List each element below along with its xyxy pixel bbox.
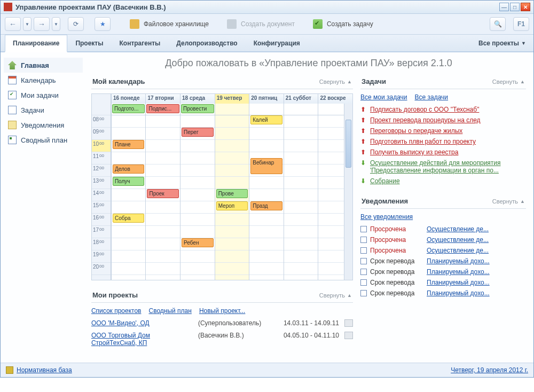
link-all-tasks[interactable]: Все задачи <box>415 93 449 101</box>
day-header[interactable]: 16 понеде <box>111 94 146 104</box>
allday-event[interactable]: Подпис... <box>146 104 179 113</box>
project-link[interactable]: ООО Торговый Дом СтройТехСнаб, КП <box>91 332 150 347</box>
notification-link[interactable]: Осуществление де... <box>427 236 489 244</box>
day-column[interactable]: Плане Делов Получ Собра <box>111 115 146 280</box>
calendar-event[interactable]: Перег <box>182 128 214 137</box>
tab-planning[interactable]: Планирование <box>5 35 67 52</box>
task-link[interactable]: Осуществление действий для мероприятия '… <box>370 159 501 174</box>
tab-projects[interactable]: Проекты <box>67 35 111 51</box>
welcome-text: Добро пожаловать в «Управление проектами… <box>91 58 526 69</box>
notification-link[interactable]: Планируемый дохо... <box>427 257 490 265</box>
close-button[interactable]: ✕ <box>521 3 530 11</box>
back-menu[interactable]: ▼ <box>23 17 32 31</box>
calendar-event[interactable]: Собра <box>113 214 145 223</box>
calendar-event[interactable]: Вебинар <box>250 158 282 174</box>
notification-link[interactable]: Планируемый дохо... <box>427 289 490 297</box>
link-all-notifications[interactable]: Все уведомления <box>360 213 413 221</box>
forward-menu[interactable]: ▼ <box>52 17 60 31</box>
all-projects-dropdown[interactable]: Все проекты▼ <box>475 35 529 51</box>
create-doc-button: Создать документ <box>223 17 299 31</box>
calendar-event[interactable]: Получ <box>113 177 145 186</box>
day-column[interactable] <box>284 115 318 280</box>
calendar-event[interactable]: Ребен <box>182 238 214 247</box>
day-column[interactable]: Перег Ребен <box>180 115 215 280</box>
notification-checkbox[interactable] <box>360 290 367 296</box>
day-column[interactable]: Калей Вебинар Празд <box>249 115 284 280</box>
collapse-button[interactable]: Свернуть▲ <box>492 198 525 205</box>
search-button[interactable]: 🔍 <box>490 17 506 31</box>
notif-icon <box>8 121 17 129</box>
project-link[interactable]: ООО 'М-Видео', ОД <box>91 319 150 327</box>
task-link[interactable]: Получить выписку из реестра <box>370 148 458 156</box>
day-header[interactable]: 22 воскре <box>318 94 352 104</box>
link-new-project[interactable]: Новый проект... <box>199 307 245 315</box>
collapse-button[interactable]: Свернуть▲ <box>492 79 525 85</box>
notification-checkbox[interactable] <box>360 269 367 275</box>
link-all-my-tasks[interactable]: Все мои задачи <box>360 93 407 101</box>
notification-checkbox[interactable] <box>360 279 367 286</box>
task-link[interactable]: Подготовить плвн работ по проекту <box>370 138 476 145</box>
back-button[interactable]: ← <box>5 17 21 31</box>
status-date[interactable]: Четверг, 19 апреля 2012 г. <box>451 366 528 374</box>
task-row: ⬇Осуществление действий для мероприятия … <box>360 158 526 176</box>
calendar-event[interactable]: Проек <box>147 189 179 198</box>
allday-event[interactable]: Провести <box>181 104 214 113</box>
allday-event[interactable]: Подгото... <box>112 104 145 113</box>
day-header[interactable]: 17 вторни <box>145 94 180 104</box>
refresh-button[interactable]: ⟳ <box>68 17 84 31</box>
priority-icon: ⬆ <box>360 116 366 124</box>
day-header[interactable]: 19 четвер <box>215 94 249 104</box>
sidebar-item-mytasks[interactable]: Мои задачи <box>4 88 83 103</box>
day-column[interactable]: Проек <box>145 115 180 280</box>
sidebar-item-home[interactable]: Главная <box>4 58 83 73</box>
favorites-button[interactable]: ★ <box>95 17 111 31</box>
link-normative[interactable]: Нормативная база <box>17 366 72 374</box>
sidebar-item-notifications[interactable]: Уведомления <box>4 117 83 132</box>
panel-title: Задачи <box>362 77 386 85</box>
minimize-button[interactable]: — <box>499 3 509 11</box>
priority-icon: ⬆ <box>360 138 366 145</box>
notification-link[interactable]: Планируемый дохо... <box>427 279 490 286</box>
tab-contractors[interactable]: Контрагенты <box>112 35 169 51</box>
calendar-event[interactable]: Калей <box>250 115 282 124</box>
task-link[interactable]: Собрание <box>370 177 400 185</box>
collapse-button[interactable]: Свернуть▲ <box>319 292 352 299</box>
project-status-icon[interactable] <box>344 332 353 339</box>
calendar-event[interactable]: Прове <box>216 189 248 198</box>
notification-link[interactable]: Планируемый дохо... <box>427 268 490 276</box>
calendar-event[interactable]: Плане <box>113 140 145 149</box>
notification-checkbox[interactable] <box>360 226 367 232</box>
notification-checkbox[interactable] <box>360 258 367 264</box>
collapse-button[interactable]: Свернуть▲ <box>319 79 352 85</box>
sidebar-item-calendar[interactable]: Календарь <box>4 73 83 88</box>
task-link[interactable]: Подписать договор с ООО "Техснаб" <box>370 106 479 113</box>
calendar-event[interactable]: Делов <box>113 164 145 174</box>
sidebar-item-summary[interactable]: Сводный план <box>4 132 83 147</box>
link-summary-plan[interactable]: Сводный план <box>148 307 191 315</box>
tab-config[interactable]: Конфигурация <box>246 35 308 51</box>
task-link[interactable]: Проект перевода процедуры на след <box>370 116 481 124</box>
calendar-event[interactable]: Празд <box>250 201 282 210</box>
notification-checkbox[interactable] <box>360 237 367 243</box>
forward-button[interactable]: → <box>34 17 50 31</box>
notification-link[interactable]: Осуществление де... <box>427 247 489 254</box>
help-button[interactable]: F1 <box>513 17 529 31</box>
link-project-list[interactable]: Список проектов <box>91 307 142 315</box>
day-header[interactable]: 18 среда <box>180 94 215 104</box>
notification-link[interactable]: Осуществление де... <box>427 225 489 233</box>
maximize-button[interactable]: □ <box>510 3 520 11</box>
tasks-icon <box>8 106 17 114</box>
calendar-event[interactable]: Мероп <box>216 201 248 210</box>
calendar-scrollbar[interactable] <box>344 104 352 280</box>
day-column[interactable]: Прове Мероп <box>215 115 249 280</box>
task-link[interactable]: Переговоры о передаче жилых <box>370 127 462 135</box>
create-task-button[interactable]: Создать задачу <box>309 17 378 31</box>
project-status-icon[interactable] <box>344 319 353 327</box>
file-storage-button[interactable]: Файловое хранилище <box>125 17 213 31</box>
notification-checkbox[interactable] <box>360 247 367 254</box>
notification-row: Срок переводаПланируемый дохо... <box>360 288 526 299</box>
tab-docs[interactable]: Делопроизводство <box>168 35 245 51</box>
sidebar-item-tasks[interactable]: Задачи <box>4 103 83 117</box>
day-header[interactable]: 20 пятниц <box>249 94 284 104</box>
day-header[interactable]: 21 суббот <box>284 94 318 104</box>
